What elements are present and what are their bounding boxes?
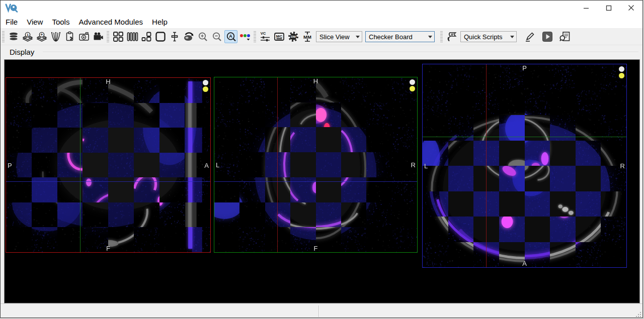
orientation-label-left: L (424, 162, 428, 170)
wireframe-3d-icon[interactable] (49, 30, 62, 43)
registration-pin-icon[interactable] (168, 30, 181, 43)
display-group-header: Display (1, 45, 642, 59)
group-box-line (43, 52, 638, 52)
maximize-icon (606, 5, 612, 11)
orientation-label-posterior: P (8, 161, 12, 169)
minimize-icon (583, 5, 589, 11)
svg-text:MC: MC (276, 34, 283, 39)
menu-advanced-modules[interactable]: Advanced Modules (74, 15, 147, 28)
zoom-in-icon[interactable] (196, 30, 209, 43)
run-script-icon[interactable] (541, 30, 554, 43)
orientation-label-anterior: A (522, 260, 527, 267)
clipboard-restore-icon[interactable] (63, 30, 76, 43)
vivoquant-logo-icon (5, 3, 18, 13)
orientation-label-right: R (411, 161, 416, 169)
quick-scripts-dropdown[interactable]: Quick Scripts (460, 31, 517, 42)
mc-control-icon[interactable]: MC (273, 30, 286, 43)
layer-marker-yellow[interactable] (619, 73, 624, 78)
svg-text:A: A (229, 34, 232, 39)
resize-grip[interactable] (635, 311, 641, 317)
toolbar-drag-handle[interactable] (2, 31, 5, 42)
dm-gear-icon[interactable]: DM (287, 30, 300, 43)
script-scroll-icon[interactable] (445, 30, 458, 43)
status-bar-divider (318, 305, 319, 317)
overlay-mode-value: Checker Board (366, 33, 426, 41)
app-window: File View Tools Advanced Modules Help 1 … (0, 0, 643, 318)
menu-tools[interactable]: Tools (47, 15, 74, 28)
quick-scripts-value: Quick Scripts (461, 33, 508, 41)
load-layers-icon[interactable]: 1 (21, 30, 34, 43)
layout-grid-icon[interactable] (112, 30, 125, 43)
toolbar: 1 + (1, 29, 642, 45)
svg-text:+: + (40, 32, 43, 37)
chevron-down-icon (426, 32, 434, 42)
add-layers-icon[interactable]: + (35, 30, 48, 43)
zoom-out-icon[interactable] (210, 30, 223, 43)
svg-text:MM: MM (303, 34, 311, 40)
sagittal-view-panel[interactable]: H P A F (6, 77, 211, 253)
axial-view-panel[interactable]: P L R A (422, 64, 627, 268)
orientation-label-superior: H (313, 77, 318, 85)
color-channels-icon[interactable] (238, 30, 252, 43)
svg-text:DM: DM (291, 35, 295, 38)
snapshot-camera-icon[interactable] (77, 30, 91, 43)
layer-marker-white[interactable] (410, 79, 415, 85)
chevron-down-icon (508, 32, 516, 42)
crosshair-horizontal[interactable] (214, 181, 417, 182)
orientation-label-right: R (620, 162, 625, 170)
vc-control-icon[interactable]: VC (259, 30, 272, 43)
orientation-label-left: L (216, 161, 219, 169)
menu-file[interactable]: File (1, 15, 22, 28)
crosshair-horizontal[interactable] (6, 181, 210, 182)
close-button[interactable] (620, 1, 642, 15)
orientation-label-posterior: P (522, 64, 527, 72)
rotate-view-icon[interactable] (182, 30, 195, 43)
status-bar (1, 303, 642, 318)
movie-camera-icon[interactable] (92, 30, 105, 43)
toolbar-drag-handle[interactable] (107, 31, 109, 42)
close-icon (628, 5, 634, 11)
axial-slice-image[interactable] (423, 64, 626, 267)
minimize-button[interactable] (575, 1, 597, 15)
orientation-label-superior: H (106, 78, 110, 85)
svg-text:1: 1 (27, 33, 29, 37)
slice-view-dropdown[interactable]: Slice View (316, 31, 362, 42)
sagittal-slice-image[interactable] (6, 78, 210, 252)
menu-help[interactable]: Help (147, 15, 172, 28)
chevron-down-icon (354, 32, 362, 42)
layer-marker-white[interactable] (203, 80, 208, 85)
image-viewport: H P A F H L R F P L R A (4, 59, 640, 303)
orientation-label-inferior: F (106, 245, 110, 252)
overlay-mode-dropdown[interactable]: Checker Board (365, 31, 435, 42)
report-viewer-icon[interactable] (558, 30, 572, 43)
multi-slice-icon[interactable] (126, 30, 139, 43)
orientation-label-inferior: F (314, 245, 318, 252)
layer-marker-yellow[interactable] (410, 86, 415, 91)
layout-mixed-icon[interactable] (140, 30, 153, 43)
layer-marker-yellow[interactable] (203, 86, 208, 92)
toolbar-drag-handle[interactable] (440, 31, 443, 42)
crosshair-vertical[interactable] (277, 77, 278, 252)
edit-script-icon[interactable] (523, 30, 536, 43)
crosshair-vertical[interactable] (486, 64, 487, 267)
display-title: Display (10, 48, 34, 56)
coronal-slice-image[interactable] (214, 77, 417, 252)
layer-marker-white[interactable] (619, 66, 624, 72)
orientation-label-anterior: A (204, 161, 209, 169)
svg-text:VC: VC (261, 31, 266, 36)
zoom-auto-icon[interactable]: A (224, 30, 237, 43)
menu-view[interactable]: View (22, 15, 47, 28)
crosshair-vertical[interactable] (80, 78, 80, 252)
slice-view-value: Slice View (316, 33, 354, 41)
data-manager-icon[interactable] (7, 30, 20, 43)
title-bar (1, 1, 642, 15)
min-max-icon[interactable]: MM (301, 30, 314, 43)
maximize-button[interactable] (597, 1, 620, 15)
crosshair-horizontal[interactable] (423, 137, 626, 137)
single-view-icon[interactable] (154, 30, 167, 43)
toolbar-drag-handle[interactable] (254, 31, 256, 42)
menu-bar: File View Tools Advanced Modules Help (1, 15, 642, 29)
coronal-view-panel[interactable]: H L R F (214, 77, 418, 253)
